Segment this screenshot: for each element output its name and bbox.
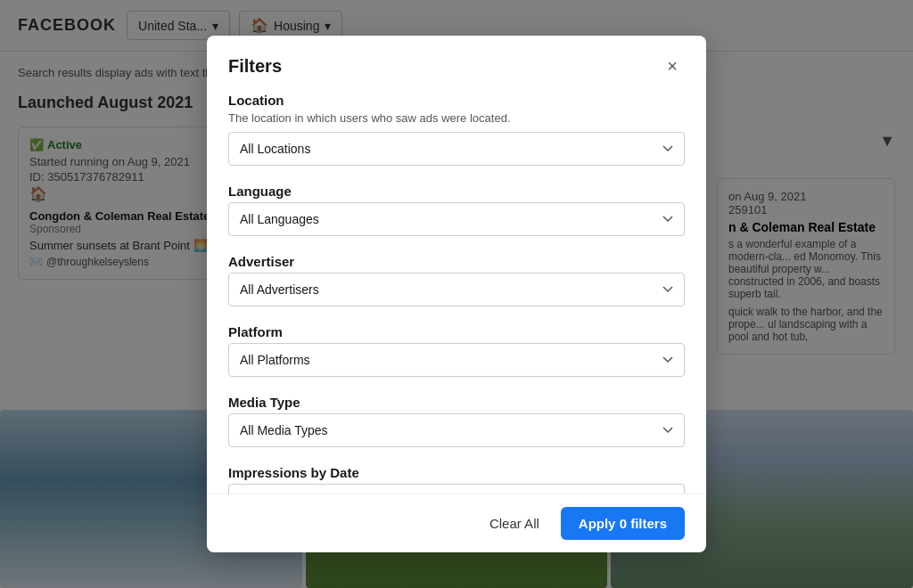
- filter-section-platform: Platform All Platforms: [228, 324, 685, 377]
- modal-close-button[interactable]: ×: [660, 53, 685, 78]
- language-select[interactable]: All Languages: [228, 202, 685, 236]
- filter-label-advertiser: Advertiser: [228, 254, 685, 269]
- platform-select[interactable]: All Platforms: [228, 343, 685, 377]
- apply-filters-button[interactable]: Apply 0 filters: [561, 507, 685, 540]
- filter-label-location: Location: [228, 93, 685, 108]
- filter-section-impressions-date: Impressions by Date Impressions by Date: [228, 465, 685, 494]
- modal-title: Filters: [228, 56, 282, 77]
- filter-section-location: Location The location in which users who…: [228, 93, 685, 166]
- filters-modal: Filters × Location The location in which…: [207, 36, 706, 552]
- location-select[interactable]: All Locations: [228, 132, 685, 166]
- filter-label-media-type: Media Type: [228, 395, 685, 410]
- filter-desc-location: The location in which users who saw ads …: [228, 111, 685, 125]
- clear-all-button[interactable]: Clear All: [479, 509, 550, 538]
- modal-body: Location The location in which users who…: [207, 93, 706, 494]
- filter-section-language: Language All Languages: [228, 184, 685, 236]
- modal-overlay: Filters × Location The location in which…: [0, 0, 913, 588]
- filter-section-media-type: Media Type All Media Types: [228, 395, 685, 447]
- modal-header: Filters ×: [207, 36, 706, 93]
- advertiser-select[interactable]: All Advertisers: [228, 273, 685, 306]
- impressions-date-select[interactable]: Impressions by Date: [228, 484, 685, 494]
- filter-label-platform: Platform: [228, 324, 685, 339]
- media-type-select[interactable]: All Media Types: [228, 413, 685, 447]
- modal-footer: Clear All Apply 0 filters: [207, 494, 706, 552]
- filter-section-advertiser: Advertiser All Advertisers: [228, 254, 685, 306]
- filter-label-impressions-date: Impressions by Date: [228, 465, 685, 480]
- filter-label-language: Language: [228, 184, 685, 199]
